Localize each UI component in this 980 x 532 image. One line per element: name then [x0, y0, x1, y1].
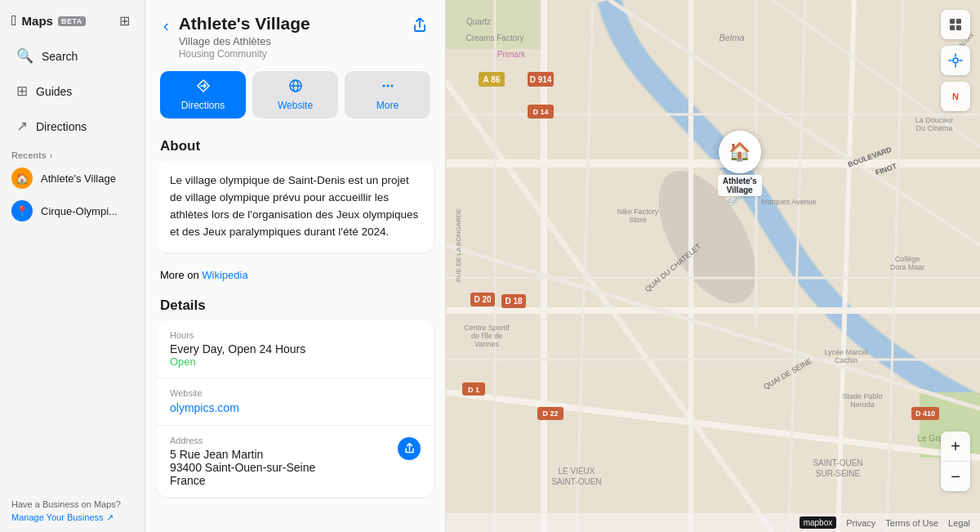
hours-value: Every Day, Open 24 Hours: [170, 342, 421, 355]
hours-row: Hours Every Day, Open 24 Hours Open: [157, 320, 434, 378]
sidebar-item-directions[interactable]: ↗ Directions: [5, 110, 140, 143]
compass-button[interactable]: N: [941, 82, 970, 111]
apple-icon: : [11, 12, 17, 29]
recent-item-cirque[interactable]: 📍 Cirque-Olympi...: [0, 194, 145, 227]
svg-text:LE VIEUX: LE VIEUX: [558, 467, 595, 476]
recents-arrow: ›: [50, 150, 53, 160]
wikipedia-link-row: More on Wikipedia: [160, 269, 430, 281]
app-title: Maps: [22, 14, 53, 28]
details-heading: Details: [145, 289, 445, 320]
detail-title-block: Athlete's Village Village des Athlètes H…: [179, 13, 403, 60]
svg-rect-74: [956, 19, 961, 24]
map-pin-icon: 🏠: [719, 131, 761, 173]
sidebar-item-search[interactable]: 🔍 Search: [5, 39, 140, 73]
about-text: Le village olympique de Saint-Denis est …: [157, 161, 434, 253]
sidebar-item-guides[interactable]: ⊞ Guides: [5, 74, 140, 108]
sidebar-directions-label: Directions: [36, 120, 87, 133]
directions-icon: ↗: [16, 118, 28, 135]
svg-rect-75: [950, 25, 955, 30]
svg-text:Dora Maar: Dora Maar: [890, 263, 925, 271]
location-button[interactable]: [941, 46, 970, 75]
svg-text:Collège: Collège: [895, 255, 920, 263]
pin-label-line1: Athlete's: [723, 177, 757, 186]
guides-icon: ⊞: [16, 83, 28, 100]
svg-text:D 18: D 18: [505, 297, 523, 306]
recent-label-athletes: Athlete's Village: [41, 172, 116, 185]
sidebar-toggle-icon: ⊞: [119, 14, 130, 28]
sidebar-search-label: Search: [42, 50, 78, 63]
business-promo-text: Have a Business on Maps?: [11, 499, 121, 509]
map-container[interactable]: A 86 D 914 D 20 D 18 D 1 D 22 D 410 D 14…: [446, 0, 980, 532]
svg-text:Neruda: Neruda: [850, 400, 875, 409]
address-share-button[interactable]: [398, 437, 421, 460]
mapbox-label: mapbox: [800, 516, 837, 529]
svg-point-77: [953, 58, 958, 63]
address-line1: 5 Rue Jean Martin: [170, 448, 315, 461]
detail-header: ‹ Athlete's Village Village des Athlètes…: [145, 0, 445, 68]
search-icon: 🔍: [16, 47, 33, 65]
recent-label-cirque: Cirque-Olympi...: [41, 205, 118, 217]
svg-text:Marques Avenue: Marques Avenue: [761, 198, 816, 206]
sidebar-toggle-button[interactable]: ⊞: [116, 10, 133, 32]
zoom-controls: + −: [941, 431, 970, 491]
sidebar-guides-label: Guides: [36, 85, 72, 98]
wikipedia-link[interactable]: Wikipedia: [202, 269, 247, 281]
website-btn-label: Website: [278, 100, 313, 111]
map-controls: N: [941, 10, 970, 111]
details-card: Hours Every Day, Open 24 Hours Open Webs…: [157, 320, 434, 497]
website-label: Website: [170, 388, 421, 398]
svg-text:Belma: Belma: [719, 33, 744, 42]
more-btn-icon: [381, 78, 395, 96]
recent-icon-home: 🏠: [11, 168, 33, 189]
map-footer: mapbox Privacy Terms of Use Legal: [446, 513, 980, 532]
svg-text:D 14: D 14: [532, 108, 548, 116]
svg-text:A 86: A 86: [483, 75, 501, 84]
map-pin[interactable]: 🏠 Athlete's Village: [718, 131, 762, 196]
website-link[interactable]: olympics.com: [170, 401, 239, 414]
wikipedia-prefix: More on: [160, 269, 202, 281]
directions-button[interactable]: Directions: [160, 71, 246, 118]
legal-link[interactable]: Legal: [948, 518, 970, 528]
zoom-out-button[interactable]: −: [941, 462, 970, 491]
share-button[interactable]: [409, 16, 430, 38]
svg-text:SAINT-OUEN: SAINT-OUEN: [813, 458, 862, 467]
svg-text:Vannes: Vannes: [474, 340, 499, 348]
svg-text:Primark: Primark: [497, 50, 526, 59]
svg-rect-73: [950, 19, 955, 24]
recents-label: Recents: [11, 150, 47, 160]
manage-business-link[interactable]: Manage Your Business ↗: [11, 512, 114, 522]
svg-text:Stade Pablo: Stade Pablo: [842, 392, 882, 400]
svg-text:Cachin: Cachin: [835, 356, 858, 364]
compass-n-label: N: [952, 92, 959, 101]
svg-text:D 1: D 1: [468, 386, 479, 394]
address-row: Address 5 Rue Jean Martin 93400 Saint-Ou…: [157, 426, 434, 497]
svg-text:Creams Factory: Creams Factory: [466, 34, 523, 42]
recents-section-label: Recents ›: [0, 144, 145, 162]
business-promo: Have a Business on Maps? Manage Your Bus…: [0, 490, 145, 532]
website-button[interactable]: Website: [252, 71, 338, 118]
svg-text:RUE DE LA BONGARDE: RUE DE LA BONGARDE: [455, 208, 462, 282]
map-view-toggle[interactable]: [941, 10, 970, 39]
svg-text:Lycée Marcel: Lycée Marcel: [824, 348, 867, 356]
mapbox-logo: mapbox: [800, 516, 837, 529]
recent-icon-pin: 📍: [11, 200, 33, 221]
recent-item-athletes-village[interactable]: 🏠 Athlete's Village: [0, 162, 145, 194]
back-button[interactable]: ‹: [160, 15, 172, 37]
more-btn-label: More: [376, 100, 399, 111]
terms-link[interactable]: Terms of Use: [885, 518, 938, 528]
address-row-inner: Address 5 Rue Jean Martin 93400 Saint-Ou…: [170, 436, 421, 487]
directions-btn-icon: [196, 78, 211, 96]
svg-text:D 914: D 914: [530, 75, 552, 84]
share-icon: [412, 20, 427, 36]
address-line2: 93400 Saint-Ouen-sur-Seine: [170, 461, 315, 474]
privacy-link[interactable]: Privacy: [846, 518, 875, 528]
action-buttons: Directions Website More: [145, 68, 445, 130]
about-heading: About: [145, 130, 445, 161]
zoom-in-button[interactable]: +: [941, 431, 970, 461]
svg-text:Quartz: Quartz: [466, 17, 491, 26]
detail-type: Housing Community: [179, 48, 403, 60]
app-logo:  Maps BETA ⊞: [0, 0, 145, 38]
more-button[interactable]: More: [345, 71, 430, 118]
svg-text:Store: Store: [629, 216, 647, 224]
directions-btn-label: Directions: [181, 100, 225, 111]
